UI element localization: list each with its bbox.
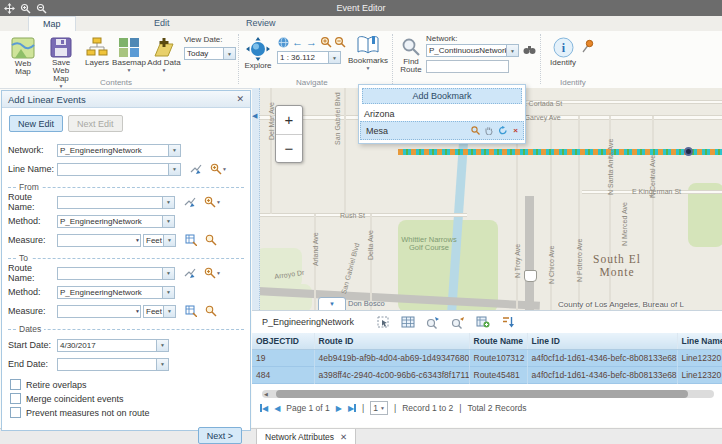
column-header[interactable]: Line Name [677,333,722,350]
zoom-to-route-icon[interactable]: ▼ [204,196,221,208]
measure-zoom-icon[interactable] [205,234,217,246]
from-measure-input[interactable]: ▼ [57,234,141,247]
to-measure-input[interactable]: ▼ [57,305,141,318]
page-number-select[interactable]: 1 ▼ [370,401,388,415]
map-zoom-control[interactable]: + − [275,105,303,163]
add-bookmark-button[interactable]: Add Bookmark [362,88,522,104]
checkbox[interactable] [10,379,21,390]
save-dropdown-caret[interactable]: ▼ [59,84,64,88]
view-date-select[interactable]: Today ▼ [184,47,236,60]
panel-network-select[interactable]: P_EngineeringNetwork ▼ [57,144,181,157]
tab-edit[interactable]: Edit [140,16,184,31]
to-method-select[interactable]: P_EngineeringNetwork▼ [57,286,175,299]
layers-button[interactable]: Layers [82,37,112,67]
pin-icon[interactable] [580,39,594,53]
map-label: Delta Ave [367,230,374,260]
next-edit-button[interactable]: Next Edit [68,115,123,132]
from-method-select[interactable]: P_EngineeringNetwork▼ [57,215,175,228]
measure-picker-icon[interactable] [185,305,197,317]
web-map-button[interactable]: Web Map [6,37,40,76]
next-button[interactable]: Next > [198,427,242,444]
bookmarks-button[interactable]: Bookmarks ▼ [349,36,387,70]
network-caret[interactable]: ▼ [506,45,518,56]
collapse-table-button[interactable]: ▼ [318,297,346,310]
new-edit-button[interactable]: New Edit [9,115,63,132]
bookmark-delete-icon[interactable]: × [513,126,518,135]
checkbox[interactable] [10,407,21,418]
event-editor-window: Event Editor Map Edit Review Web Map Sav… [0,0,722,444]
column-header[interactable]: Route ID [314,333,469,350]
bookmarks-dropdown-caret[interactable]: ▼ [366,66,371,70]
route-input[interactable] [426,60,509,73]
tab-network-attributes[interactable]: Network Attributes ✕ [256,429,356,444]
last-page-button[interactable]: ▶ [348,404,356,413]
prev-page-button[interactable]: ◀ [274,404,280,413]
to-measure-unit-select[interactable]: Feet▼ [143,305,176,318]
map-zoom-in-button[interactable]: + [276,106,302,135]
bookmark-refresh-icon[interactable] [498,126,508,135]
start-date-select[interactable]: 4/30/2017▼ [57,339,169,352]
binoculars-icon[interactable] [523,45,536,55]
forward-arrow-icon[interactable]: → [305,36,318,48]
bookmark-pan-icon[interactable] [485,126,493,135]
find-route-button[interactable]: Find Route [397,37,425,74]
first-page-button[interactable]: ◀ [260,404,268,413]
map-zoom-out-button[interactable]: − [276,135,302,163]
checkbox[interactable] [10,393,21,404]
select-line-icon[interactable] [190,163,202,175]
globe-icon[interactable] [277,36,290,48]
sort-icon[interactable] [501,316,515,328]
measure-picker-icon[interactable] [185,234,197,246]
zoom-to-line-icon[interactable]: ▼ [210,163,227,175]
bookmark-item-mesa[interactable]: Mesa × [360,121,524,140]
scale-caret[interactable]: ▼ [328,52,340,63]
save-web-map-button[interactable]: Save Web Map ▼ [44,37,78,88]
zoom-to-route-icon[interactable]: ▼ [204,267,221,279]
zoom-out-map-icon[interactable] [333,36,346,48]
checkbox-row: Retire overlaps [10,379,250,390]
table-row[interactable]: 484a398ff4c-2940-4c00-96b6-c6343f8f1711R… [252,367,722,384]
zoom-to-selection-icon[interactable] [426,316,440,329]
table-cell: 484 [252,367,314,384]
show-table-icon[interactable] [401,316,415,328]
scrollbar-thumb[interactable] [276,390,688,398]
from-measure-unit-select[interactable]: Feet▼ [143,234,176,247]
line-name-select[interactable]: ▼ [57,163,181,176]
next-page-button[interactable]: ▶ [336,404,342,413]
tab-review[interactable]: Review [232,16,290,31]
to-route-select[interactable]: ▼ [57,267,175,280]
from-route-select[interactable]: ▼ [57,196,175,209]
add-data-button[interactable]: Add Data ▼ [147,37,181,72]
tab-map[interactable]: Map [28,16,76,32]
select-route-icon[interactable] [184,196,196,208]
pan-to-selection-icon[interactable] [451,316,465,329]
view-date-caret[interactable]: ▼ [223,48,235,59]
select-route-icon[interactable] [184,267,196,279]
panel-collapse-strip[interactable] [252,88,260,310]
zoom-in-map-icon[interactable] [319,36,332,48]
bookmark-zoom-icon[interactable] [471,126,480,135]
bookmark-item-arizona[interactable]: Arizona [359,107,525,121]
add-data-dropdown-caret[interactable]: ▼ [162,68,167,72]
back-arrow-icon[interactable]: ← [291,36,304,48]
network-select[interactable]: P_ContinuousNetwork ▼ [426,44,519,57]
scale-select[interactable]: 1 : 36.112 ▼ [277,51,341,64]
column-header[interactable]: Line ID [527,333,677,350]
switch-selection-icon[interactable] [476,316,490,328]
scroll-left-icon[interactable]: ◀ [264,391,268,397]
column-header[interactable]: OBJECTID [252,333,314,350]
tab-close-icon[interactable]: ✕ [340,432,347,442]
table-row[interactable]: 194eb9419b-af9b-4d04-ab69-1d493476802bRo… [252,350,722,367]
panel-close-icon[interactable]: ✕ [236,94,244,104]
horizontal-scrollbar[interactable]: ◀ [262,390,714,398]
identify-button[interactable]: i Identify [548,37,578,67]
basemap-button[interactable]: Basemap ▼ [112,37,146,72]
collapse-left-icon[interactable]: ◀ [252,112,257,120]
column-header[interactable]: Route Name [469,333,527,350]
measure-zoom-icon[interactable] [205,305,217,317]
basemap-dropdown-caret[interactable]: ▼ [127,68,132,72]
route-marker [684,147,693,156]
explore-button[interactable]: Explore [243,37,273,70]
end-date-select[interactable]: ▼ [57,358,169,371]
select-records-icon[interactable] [377,316,390,329]
